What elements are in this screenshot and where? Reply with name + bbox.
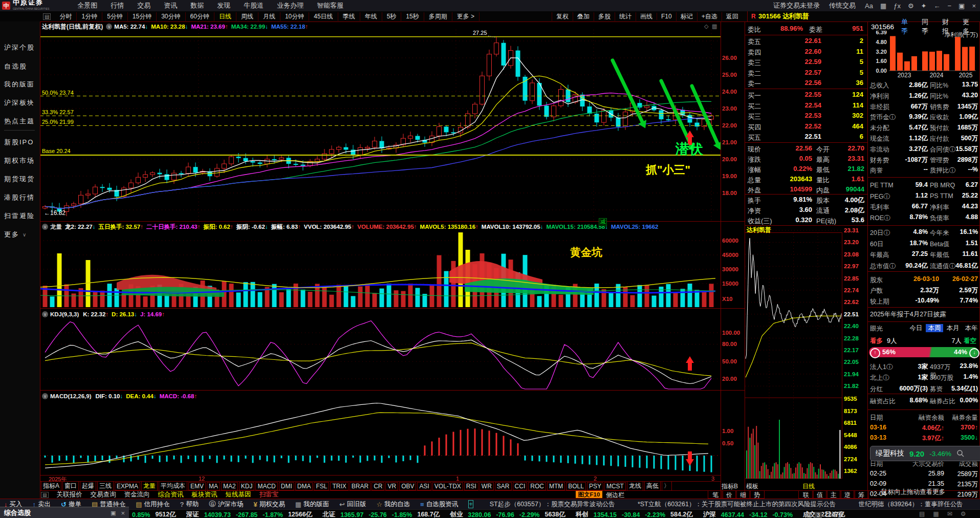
indicator-tab-FSL[interactable]: FSL xyxy=(314,482,329,490)
toolbar-我的版面[interactable]: ▦我的版面 xyxy=(295,500,329,509)
indicator-tab-WR[interactable]: WR xyxy=(480,482,494,490)
indicator-tab-龙量[interactable]: 龙量 xyxy=(141,482,158,490)
function-扫雷宝[interactable]: 扫雷宝 xyxy=(259,490,279,499)
mini-tab-细[interactable]: 细 xyxy=(735,490,751,499)
side-panel-button[interactable]: 侧边栏 xyxy=(606,491,628,498)
search-icon[interactable] xyxy=(956,449,965,458)
indicator-tab-BOLL[interactable]: BOLL xyxy=(566,482,586,490)
indicator-b-tab[interactable]: 指标B xyxy=(722,482,744,489)
indicator-tab-DMI[interactable]: DMI xyxy=(279,482,294,490)
indicator-tab-MA2[interactable]: MA2 xyxy=(221,482,238,490)
function-资金流向[interactable]: 资金流向 xyxy=(124,490,150,499)
toolbar-期权交易[interactable]: ¥期权交易 xyxy=(253,500,285,509)
popout-icon[interactable]: ▣ xyxy=(111,510,116,516)
mini-tab-笔[interactable]: 笔 xyxy=(708,490,723,499)
sentiment-tab-本月[interactable]: 本月 xyxy=(944,324,962,332)
ticker-item[interactable]: ST起步（603557）：股票交易异常波动公告 xyxy=(490,500,615,509)
fin-value: 18.7% xyxy=(892,240,928,247)
panel-tab-值[interactable]: 值 xyxy=(812,490,827,499)
finance-tab-财报[interactable]: 财报 xyxy=(942,17,955,36)
indicator-tab-SAR[interactable]: SAR xyxy=(495,482,512,490)
indicator-tab-窗口[interactable]: 窗口 xyxy=(62,482,79,490)
close-icon[interactable]: × xyxy=(121,509,125,517)
ticker-item[interactable]: 世纪明德（839264）：董事辞任公告 xyxy=(858,500,963,509)
indicator-tab-RSI[interactable]: RSI xyxy=(464,482,478,490)
toolbar-沪深市场[interactable]: Ⓖ沪深市场 xyxy=(209,500,243,509)
panel-tab-主[interactable]: 主 xyxy=(826,490,841,499)
message-icon[interactable]: ✉ xyxy=(947,510,952,517)
quote-row: 买四22.52464 xyxy=(745,121,867,132)
sentiment-tab-本年[interactable]: 本年 xyxy=(963,324,980,332)
indicator-tab-PSY[interactable]: PSY xyxy=(587,482,603,490)
indicator-tab-VOL-TDX[interactable]: VOL-TDX xyxy=(432,482,463,490)
indicator-tab-BRAR[interactable]: BRAR xyxy=(350,482,371,490)
divider xyxy=(867,321,980,322)
function-综合资讯[interactable]: 综合资讯 xyxy=(158,490,184,499)
board-icon[interactable]: ▦ xyxy=(933,510,939,517)
toolbar-回旧版[interactable]: ↩回旧版 xyxy=(339,500,366,509)
finance-tab-同季[interactable]: 同季 xyxy=(922,17,935,36)
indicator-tab-EXPMA[interactable]: EXPMA xyxy=(115,482,140,490)
indicator-tab-高低[interactable]: 高低 xyxy=(644,482,661,490)
indicator-tab-三线[interactable]: 三线 xyxy=(97,482,114,490)
toolbar-帮助[interactable]: ?帮助 xyxy=(180,500,199,509)
function-短线基因[interactable]: 短线基因 xyxy=(226,490,251,499)
finance-tab-单季[interactable]: 单季 xyxy=(901,17,914,36)
mini-tab-价[interactable]: 价 xyxy=(722,490,737,499)
indicator-tab-ROC[interactable]: ROC xyxy=(528,482,546,490)
toolbar-自选股资讯[interactable]: ≡自选股资讯 xyxy=(420,500,458,509)
indicator-tab-EMV[interactable]: EMV xyxy=(188,482,206,490)
collapse-icon[interactable]: ∨ xyxy=(42,393,48,399)
indicator-tab-〉[interactable]: 〉 xyxy=(662,482,672,490)
indicator-tab-MA[interactable]: MA xyxy=(207,482,220,490)
indicator-tab-OBV[interactable]: OBV xyxy=(399,482,416,490)
quote-qty: 6 xyxy=(826,133,863,141)
sentiment-tab-本周[interactable]: 本周 xyxy=(926,324,943,332)
quote-row: 买三22.53302 xyxy=(745,111,867,121)
split-pane-icon[interactable]: ▥ xyxy=(712,23,718,29)
indicator-tab-MACD[interactable]: MACD xyxy=(255,482,277,490)
toolbar-信用持仓[interactable]: ▤信用持仓 xyxy=(136,500,169,509)
axis-tick: 19.00 xyxy=(722,173,745,179)
collapse-icon[interactable]: ∨ xyxy=(42,311,48,317)
panel-tab-逆[interactable]: 逆 xyxy=(840,490,855,499)
info-value: 3.60 xyxy=(773,206,812,214)
indicator-tab-平均成本[interactable]: 平均成本 xyxy=(159,482,187,490)
mini-tab-势[interactable]: 势 xyxy=(749,490,765,499)
tools-icon[interactable]: ⚙ xyxy=(961,510,966,517)
finance-tab-更多..[interactable]: 更多.. xyxy=(963,17,979,36)
toolbar-我的自选[interactable]: ☆我的自选 xyxy=(376,500,410,509)
信用持仓-icon: ▤ xyxy=(136,501,142,508)
indicator-tab-ASI[interactable]: ASI xyxy=(417,482,431,490)
panel-tab-联[interactable]: 联 xyxy=(798,490,814,499)
function-关联报价[interactable]: 关联报价 xyxy=(57,490,82,499)
indicator-tab-MCST[interactable]: MCST xyxy=(604,482,626,490)
indicator-tab-KDJ[interactable]: KDJ xyxy=(239,482,255,490)
indicator-tab-VR[interactable]: VR xyxy=(385,482,398,490)
ticker-item[interactable]: *ST立航（603261）：关于股票可能被终止上市的第四次风险提示公告 xyxy=(638,500,836,509)
indicator-tab-起爆[interactable]: 起爆 xyxy=(80,482,96,490)
mini-period-label[interactable]: 日线 xyxy=(802,482,823,489)
diamond-tool-icon[interactable]: ◇ xyxy=(704,23,710,29)
function-交易查询[interactable]: 交易查询 xyxy=(91,490,116,499)
indicator-tab-MTM[interactable]: MTM xyxy=(547,482,565,490)
add-panel-button[interactable]: + xyxy=(468,500,473,508)
indicator-tab-DMA[interactable]: DMA xyxy=(295,482,313,490)
template-tab[interactable]: 模板 xyxy=(746,482,769,489)
sentiment-tab-今日[interactable]: 今日 xyxy=(907,324,925,332)
collapse-icon[interactable]: ∨ xyxy=(42,224,48,230)
function-板块资讯[interactable]: 板块资讯 xyxy=(192,490,217,499)
panel-tab-筹[interactable]: 筹 xyxy=(854,490,869,499)
indicator-tab-CR[interactable]: CR xyxy=(372,482,384,490)
indicator-tab-龙线[interactable]: 龙线 xyxy=(627,482,643,490)
indicator-tab-指标A[interactable]: 指标A xyxy=(41,482,61,490)
divider xyxy=(40,21,980,22)
indicator-tab-CCI[interactable]: CCI xyxy=(513,482,528,490)
indicator-tab-TRIX[interactable]: TRIX xyxy=(330,482,348,490)
keyboard-icon[interactable]: ▤ xyxy=(919,510,925,517)
collapse-icon[interactable]: ∨ xyxy=(106,24,112,30)
picker-title: 综合选股 xyxy=(4,508,31,517)
bull-label: 看多 xyxy=(870,337,885,344)
graphic-f10-button[interactable]: 图文F10 xyxy=(576,491,602,498)
stock-picker-window[interactable]: 综合选股▣× xyxy=(0,507,129,518)
